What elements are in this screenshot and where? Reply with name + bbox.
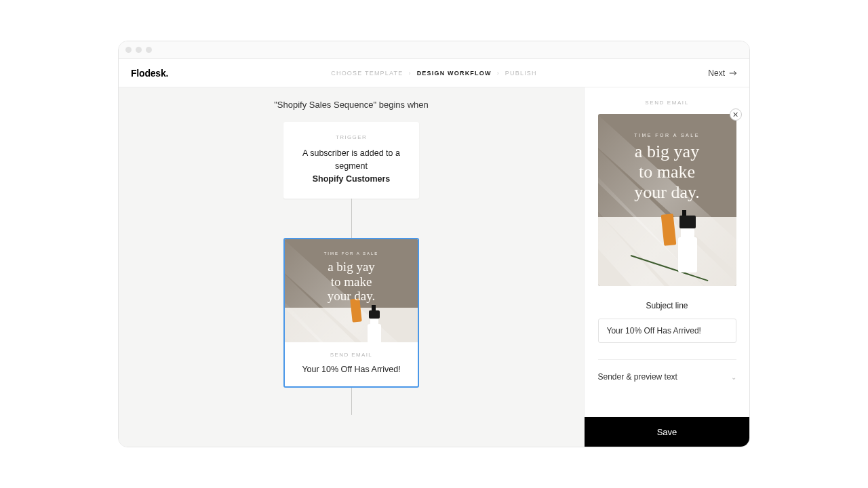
panel-title: Send Email (645, 100, 688, 106)
window-dot-max[interactable] (146, 47, 152, 53)
arrow-right-icon (729, 70, 737, 77)
trigger-node[interactable]: Trigger A subscriber is added to a segme… (283, 122, 419, 199)
app-window: Flodesk. Choose Template › Design Workfl… (118, 41, 750, 447)
next-label: Next (708, 68, 725, 78)
step-design-workflow[interactable]: Design Workflow (417, 70, 492, 77)
email-preview[interactable]: Time for a sale a big yay to make your d… (598, 114, 736, 286)
trigger-description: A subscriber is added to a segment Shopi… (297, 147, 406, 185)
workflow-title: "Shopify Sales Sequence" begins when (274, 100, 429, 110)
chevron-right-icon: › (408, 70, 411, 77)
close-preview-button[interactable]: ✕ (730, 108, 742, 121)
subject-line-label: Subject line (646, 301, 688, 310)
window-dot-min[interactable] (136, 47, 142, 53)
subject-line-input[interactable] (598, 319, 736, 343)
save-label: Save (657, 427, 677, 437)
save-button[interactable]: Save (585, 417, 749, 447)
chevron-down-icon: ⌄ (731, 373, 736, 381)
workflow-stepper: Choose Template › Design Workflow › Publ… (119, 70, 749, 77)
trigger-label: Trigger (297, 134, 406, 140)
accordion-label: Sender & preview text (598, 372, 677, 382)
email-preview-wrap: ✕ Time for a sale a big yay to make your… (598, 114, 736, 286)
sender-preview-accordion[interactable]: Sender & preview text ⌄ (598, 360, 736, 387)
node-connector (351, 199, 352, 238)
close-icon: ✕ (732, 110, 738, 119)
trigger-segment-name: Shopify Customers (313, 174, 391, 184)
main-content: "Shopify Sales Sequence" begins when Tri… (119, 87, 749, 447)
top-bar: Flodesk. Choose Template › Design Workfl… (119, 59, 749, 87)
window-dot-close[interactable] (125, 47, 132, 53)
step-publish[interactable]: Publish (505, 70, 537, 77)
node-connector (351, 388, 352, 415)
side-panel: Send Email ✕ Time for a sale a big yay (584, 87, 749, 447)
step-choose-template[interactable]: Choose Template (331, 70, 403, 77)
email-thumbnail: Time for a sale a big yay to make your d… (285, 239, 418, 342)
next-button[interactable]: Next (708, 68, 749, 78)
chevron-right-icon: › (497, 70, 500, 77)
email-node-label: Send Email (294, 352, 408, 358)
brand-logo: Flodesk. (119, 68, 168, 79)
email-node-subject: Your 10% Off Has Arrived! (294, 365, 408, 374)
workflow-canvas[interactable]: "Shopify Sales Sequence" begins when Tri… (119, 87, 584, 447)
email-node[interactable]: Time for a sale a big yay to make your d… (283, 238, 419, 388)
window-titlebar (119, 41, 749, 59)
